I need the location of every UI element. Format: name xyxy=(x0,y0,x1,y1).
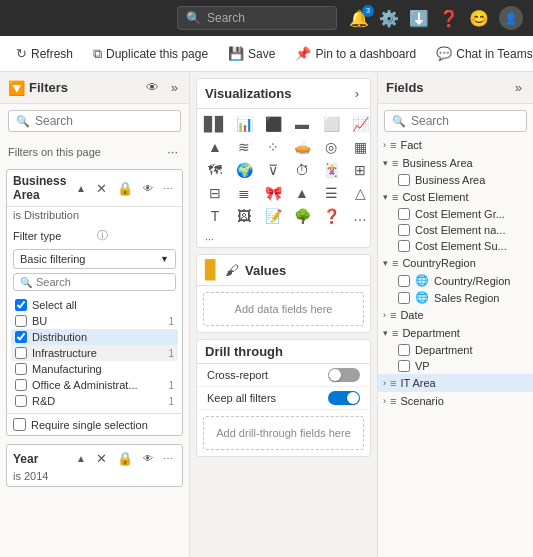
filter-more-icon[interactable]: ⋯ xyxy=(160,181,176,196)
viz-100pct-bar-icon[interactable]: ▬ xyxy=(288,113,316,135)
chat-button[interactable]: 💬 Chat in Teams xyxy=(428,42,533,65)
filter-item[interactable]: Office & Administrat...1 xyxy=(11,377,178,393)
refresh-button[interactable]: ↻ Refresh xyxy=(8,42,81,65)
viz-decomp-tree-icon[interactable]: 🌳 xyxy=(288,205,316,227)
keep-filters-toggle[interactable] xyxy=(328,391,360,405)
filter-item-checkbox[interactable] xyxy=(15,395,27,407)
field-item[interactable]: Cost Element na... xyxy=(378,222,533,238)
viz-more-icon[interactable]: … xyxy=(346,205,374,227)
visualizations-expand-icon[interactable]: › xyxy=(352,84,362,103)
field-item[interactable]: Cost Element Gr... xyxy=(378,206,533,222)
field-item-checkbox[interactable] xyxy=(398,240,410,252)
year-eye-icon[interactable]: 👁 xyxy=(140,451,156,466)
field-item[interactable]: Cost Element Su... xyxy=(378,238,533,254)
download-icon[interactable]: ⬇️ xyxy=(409,9,429,28)
filter-list-search-input[interactable] xyxy=(36,276,169,288)
viz-line-stacked-icon[interactable]: ≋ xyxy=(230,136,258,158)
field-item-checkbox[interactable] xyxy=(398,360,410,372)
viz-donut-icon[interactable]: ◎ xyxy=(317,136,345,158)
filter-clear-icon[interactable]: ✕ xyxy=(93,179,110,198)
notifications-icon[interactable]: 🔔 3 xyxy=(349,9,369,28)
field-group-header[interactable]: ›≡Fact xyxy=(378,136,533,154)
filter-lock-icon[interactable]: 🔒 xyxy=(114,179,136,198)
filter-eye-icon[interactable]: 👁 xyxy=(140,181,156,196)
viz-line-icon[interactable]: 📈 xyxy=(346,113,374,135)
field-item-checkbox[interactable] xyxy=(398,344,410,356)
field-item-checkbox[interactable] xyxy=(398,174,410,186)
field-item-checkbox[interactable] xyxy=(398,275,410,287)
filter-item-checkbox[interactable] xyxy=(15,379,27,391)
fields-search-input[interactable] xyxy=(411,114,519,128)
year-sort-icon[interactable]: ▲ xyxy=(73,451,89,466)
settings-icon[interactable]: ⚙️ xyxy=(379,9,399,28)
filter-item-checkbox[interactable] xyxy=(15,299,27,311)
filter-item-checkbox[interactable] xyxy=(15,331,27,343)
viz-treemap-icon[interactable]: ▦ xyxy=(346,136,374,158)
field-group-header[interactable]: ›≡Date xyxy=(378,306,533,324)
field-item[interactable]: 🌐Sales Region xyxy=(378,289,533,306)
viz-100pct-col-icon[interactable]: ⬜ xyxy=(317,113,345,135)
viz-more-label[interactable]: ··· xyxy=(197,231,370,247)
field-item-checkbox[interactable] xyxy=(398,224,410,236)
viz-table-icon[interactable]: ⊞ xyxy=(346,159,374,181)
save-button[interactable]: 💾 Save xyxy=(220,42,283,65)
viz-gauge-icon[interactable]: ⏱ xyxy=(288,159,316,181)
viz-funnel-icon[interactable]: ⊽ xyxy=(259,159,287,181)
filters-eye-icon[interactable]: 👁 xyxy=(143,78,162,97)
viz-map-icon[interactable]: 🗺 xyxy=(201,159,229,181)
filter-type-dropdown[interactable]: Basic filtering ▼ xyxy=(13,249,176,269)
values-drop-area[interactable]: Add data fields here xyxy=(203,292,364,326)
viz-filled-map-icon[interactable]: 🌍 xyxy=(230,159,258,181)
require-single-checkbox[interactable] xyxy=(13,418,26,431)
viz-image-icon[interactable]: 🖼 xyxy=(230,205,258,227)
filter-item-checkbox[interactable] xyxy=(15,347,27,359)
filter-item[interactable]: Select all xyxy=(11,297,178,313)
viz-matrix-icon[interactable]: ⊟ xyxy=(201,182,229,204)
viz-scatter-icon[interactable]: ⁘ xyxy=(259,136,287,158)
field-item-checkbox[interactable] xyxy=(398,292,410,304)
field-group-header[interactable]: ›≡IT Area xyxy=(378,374,533,392)
viz-waterfall-icon[interactable]: ≣ xyxy=(230,182,258,204)
top-search-box[interactable]: 🔍 Search xyxy=(177,6,337,30)
filters-expand-icon[interactable]: » xyxy=(168,78,181,97)
help-icon[interactable]: ❓ xyxy=(439,9,459,28)
field-item[interactable]: Business Area xyxy=(378,172,533,188)
filter-item[interactable]: R&D1 xyxy=(11,393,178,409)
year-more-icon[interactable]: ⋯ xyxy=(160,451,176,466)
field-item[interactable]: Department xyxy=(378,342,533,358)
filter-item[interactable]: Manufacturing xyxy=(11,361,178,377)
field-group-header[interactable]: ›≡Scenario xyxy=(378,392,533,410)
field-group-header[interactable]: ▾≡Department xyxy=(378,324,533,342)
field-item[interactable]: VP xyxy=(378,358,533,374)
filters-search-input[interactable] xyxy=(35,114,173,128)
viz-kpi-icon[interactable]: ▲ xyxy=(288,182,316,204)
viz-slicer-icon[interactable]: ☰ xyxy=(317,182,345,204)
viz-qa-icon[interactable]: ❓ xyxy=(317,205,345,227)
duplicate-button[interactable]: ⧉ Duplicate this page xyxy=(85,42,216,66)
field-group-header[interactable]: ▾≡CountryRegion xyxy=(378,254,533,272)
avatar[interactable]: 👤 xyxy=(499,6,523,30)
field-group-header[interactable]: ▾≡Business Area xyxy=(378,154,533,172)
field-item[interactable]: 🌐Country/Region xyxy=(378,272,533,289)
viz-area-icon[interactable]: ▲ xyxy=(201,136,229,158)
filter-item[interactable]: Distribution xyxy=(11,329,178,345)
viz-stacked-bar-icon[interactable]: ▊▊ xyxy=(201,113,229,135)
cross-report-toggle[interactable] xyxy=(328,368,360,382)
filter-item-checkbox[interactable] xyxy=(15,363,27,375)
emoji-icon[interactable]: 😊 xyxy=(469,9,489,28)
filter-sort-asc-icon[interactable]: ▲ xyxy=(73,181,89,196)
drill-drop-area[interactable]: Add drill-through fields here xyxy=(203,416,364,450)
viz-shape-icon[interactable]: △ xyxy=(346,182,374,204)
viz-stacked-col-icon[interactable]: ⬛ xyxy=(259,113,287,135)
viz-card-icon[interactable]: 🃏 xyxy=(317,159,345,181)
viz-ribbon-icon[interactable]: 🎀 xyxy=(259,182,287,204)
filter-item[interactable]: Infrastructure1 xyxy=(11,345,178,361)
year-clear-icon[interactable]: ✕ xyxy=(93,449,110,468)
year-lock-icon[interactable]: 🔒 xyxy=(114,449,136,468)
viz-smart-narrative-icon[interactable]: 📝 xyxy=(259,205,287,227)
viz-column-chart-icon[interactable]: 📊 xyxy=(230,113,258,135)
viz-pie-icon[interactable]: 🥧 xyxy=(288,136,316,158)
filter-type-info-icon[interactable]: ⓘ xyxy=(97,228,177,243)
filters-section-more-icon[interactable]: ··· xyxy=(164,142,181,161)
field-item-checkbox[interactable] xyxy=(398,208,410,220)
